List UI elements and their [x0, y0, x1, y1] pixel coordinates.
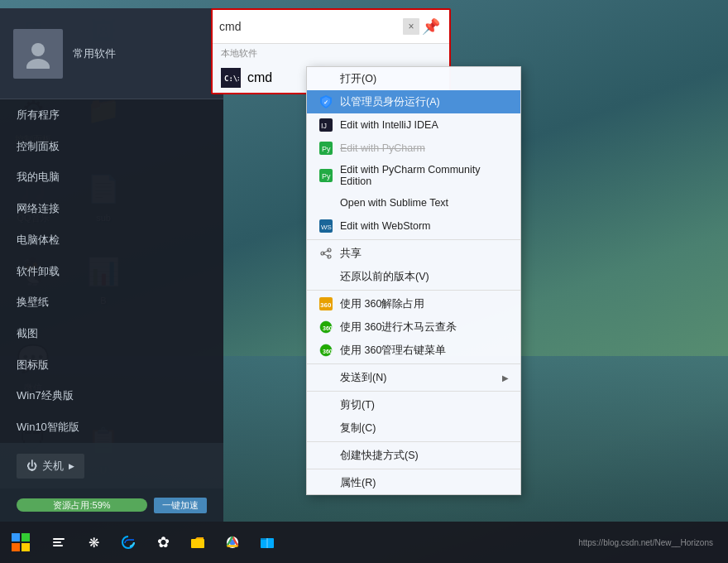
ctx-360-menu[interactable]: 360 使用 360管理右键菜单	[307, 339, 520, 362]
svg-text:Py: Py	[322, 172, 331, 180]
pycharm-community-icon: Py	[318, 168, 333, 183]
ctx-restore[interactable]: 还原以前的版本(V)	[307, 265, 520, 288]
svg-rect-31	[191, 539, 204, 548]
menu-item-screenshot[interactable]: 截图	[0, 318, 223, 349]
result-label-cmd: cmd	[247, 70, 272, 85]
taskbar-explorer[interactable]	[250, 522, 285, 563]
start-menu: 常用软件 所有程序 控制面板 我的电脑 网络连接 电脑体检 软件卸载 换壁	[0, 8, 223, 522]
power-icon: ⏻	[26, 460, 37, 472]
svg-rect-24	[12, 533, 20, 541]
search-clear-button[interactable]: ×	[403, 18, 419, 35]
ctx-run-admin[interactable]: ✓ 以管理员身份运行(A)	[307, 90, 520, 113]
menu-item-icon-version[interactable]: 图标版	[0, 349, 223, 381]
ctx-360-scan[interactable]: 360 使用 360进行木马云查杀	[307, 315, 520, 339]
svg-rect-26	[12, 543, 20, 551]
start-menu-items: 所有程序 控制面板 我的电脑 网络连接 电脑体检 软件卸载 换壁纸 截图	[0, 99, 223, 443]
cut-icon	[318, 397, 333, 412]
send-to-arrow: ▶	[502, 373, 509, 383]
ctx-intellij[interactable]: IJ Edit with IntelliJ IDEA	[307, 113, 520, 137]
ctx-sublime[interactable]: Open with Sublime Text	[307, 191, 520, 214]
resource-bar: 资源占用:59% 一键加速	[0, 488, 223, 522]
taskbar-edge[interactable]	[111, 522, 146, 563]
taskbar: ❋ ✿	[0, 522, 728, 563]
menu-item-network[interactable]: 网络连接	[0, 193, 223, 224]
search-input[interactable]	[219, 20, 403, 33]
taskbar-task-view[interactable]: ❋	[76, 522, 111, 563]
menu-item-win10[interactable]: Win10智能版	[0, 411, 223, 443]
svg-text:C:\>: C:\>	[224, 75, 239, 83]
menu-item-my-computer[interactable]: 我的电脑	[0, 161, 223, 193]
search-box: × 📌	[213, 10, 449, 43]
svg-point-0	[31, 43, 45, 56]
desktop: 🖥 This Computer ⚙ 控制面板 🎵 QQ音乐 🐧 腾讯QQ 💬 微…	[0, 0, 728, 563]
ctx-pycharm[interactable]: Py Edit with PyCharm	[307, 137, 520, 160]
menu-item-wallpaper[interactable]: 换壁纸	[0, 286, 223, 318]
search-pin-button[interactable]: 📌	[419, 15, 443, 38]
svg-rect-35	[261, 538, 266, 540]
copy-icon	[318, 421, 333, 435]
svg-rect-25	[22, 533, 30, 541]
properties-icon	[318, 475, 333, 490]
360-defrag-icon: 360	[318, 296, 333, 311]
resource-progress: 资源占用:59%	[17, 498, 147, 512]
menu-item-all-programs[interactable]: 所有程序	[0, 99, 223, 131]
ctx-properties[interactable]: 属性(R)	[307, 471, 520, 494]
taskbar-search[interactable]	[41, 522, 76, 563]
svg-text:360: 360	[323, 349, 333, 354]
svg-rect-29	[53, 541, 61, 543]
start-menu-header: 常用软件	[0, 8, 223, 99]
taskbar-url: https://blog.csdn.net/New__Horizons	[578, 538, 713, 547]
ctx-divider-2	[307, 290, 520, 291]
taskbar-app2[interactable]: ✿	[146, 522, 180, 563]
ctx-pycharm-community[interactable]: Py Edit with PyCharm Community Edition	[307, 160, 520, 191]
menu-item-pc-check[interactable]: 电脑体检	[0, 224, 223, 256]
ctx-cut[interactable]: 剪切(T)	[307, 393, 520, 416]
360-scan-icon: 360	[318, 320, 333, 334]
ctx-create-shortcut[interactable]: 创建快捷方式(S)	[307, 444, 520, 467]
ctx-divider-4	[307, 391, 520, 392]
ctx-webstorm[interactable]: WS Edit with WebStorm	[307, 214, 520, 238]
sublime-icon	[318, 195, 333, 210]
shutdown-arrow: ▶	[69, 462, 74, 470]
ctx-divider-6	[307, 469, 520, 469]
svg-text:WS: WS	[321, 224, 332, 231]
taskbar-right: https://blog.csdn.net/New__Horizons	[578, 538, 728, 547]
webstorm-icon: WS	[318, 219, 333, 233]
menu-item-control-panel[interactable]: 控制面板	[0, 131, 223, 162]
ctx-360-defrag[interactable]: 360 使用 360解除占用	[307, 292, 520, 315]
svg-text:✓: ✓	[323, 99, 328, 105]
open-icon	[318, 71, 333, 86]
user-avatar	[13, 29, 63, 79]
context-menu: 打开(O) ✓ 以管理员身份运行(A) IJ Edit with Intell	[306, 66, 521, 495]
pin-icon: 📌	[422, 17, 440, 36]
svg-rect-30	[53, 545, 63, 546]
start-button[interactable]	[0, 522, 41, 563]
cmd-icon: C:\>	[221, 68, 241, 88]
menu-item-win7[interactable]: Win7经典版	[0, 381, 223, 412]
restore-icon	[318, 269, 333, 284]
svg-text:360: 360	[323, 325, 333, 331]
ctx-share[interactable]: 共享	[307, 242, 520, 265]
ctx-divider-5	[307, 441, 520, 442]
360-menu-icon: 360	[318, 343, 333, 358]
svg-rect-27	[22, 543, 30, 551]
ctx-open[interactable]: 打开(O)	[307, 67, 520, 90]
taskbar-chrome[interactable]	[215, 522, 250, 563]
svg-text:360: 360	[320, 301, 332, 309]
share-icon	[318, 246, 333, 261]
svg-point-1	[26, 59, 50, 69]
shield-icon: ✓	[318, 94, 333, 109]
svg-text:IJ: IJ	[321, 122, 327, 130]
svg-text:Py: Py	[322, 145, 331, 153]
ctx-send-to[interactable]: 发送到(N) ▶	[307, 366, 520, 389]
speed-button[interactable]: 一键加速	[154, 498, 207, 513]
taskbar-file-manager[interactable]	[180, 522, 215, 563]
svg-rect-28	[53, 538, 65, 540]
send-to-icon	[318, 370, 333, 385]
menu-item-uninstall[interactable]: 软件卸载	[0, 256, 223, 287]
ctx-copy[interactable]: 复制(C)	[307, 416, 520, 440]
shortcut-icon	[318, 448, 333, 463]
clear-icon: ×	[408, 21, 414, 32]
shutdown-button[interactable]: ⏻ 关机 ▶	[17, 454, 84, 479]
ctx-divider-3	[307, 363, 520, 364]
